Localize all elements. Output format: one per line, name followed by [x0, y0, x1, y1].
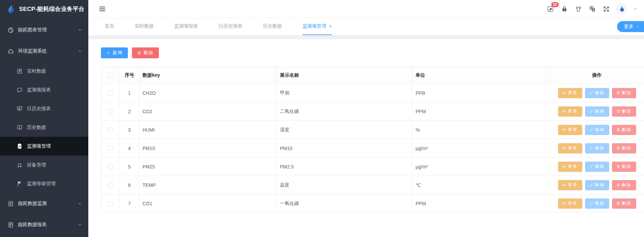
bulk-delete-button[interactable]: 删除	[132, 47, 159, 58]
table-row: 5 PM25 PM2.5 μg/m³ 查看 编辑	[101, 158, 644, 176]
open-book-icon	[16, 124, 23, 131]
header-icon-button-lock[interactable]	[561, 5, 568, 13]
row-delete-button[interactable]: 删除	[612, 88, 636, 98]
view-button[interactable]: 查看	[558, 106, 582, 117]
edit-button[interactable]: 编辑	[585, 180, 609, 190]
doc-icon	[8, 201, 14, 207]
sidebar-item-daily-history-report[interactable]: 日历史报表	[0, 99, 88, 118]
row-checkbox[interactable]	[108, 109, 113, 114]
pen-icon	[589, 91, 594, 95]
sidebar-item-monitor-item-manage[interactable]: 监测项管理	[0, 137, 88, 155]
eye-icon	[562, 201, 567, 206]
header-icon-button-theme[interactable]	[575, 5, 582, 13]
tab-label: 实时数据	[135, 23, 154, 29]
tab-home[interactable]: 首页	[105, 18, 114, 35]
view-button[interactable]: 查看	[558, 180, 582, 190]
sidebar-item-env-monitor-system[interactable]: 环境监测系统	[0, 41, 88, 62]
edit-square-icon	[16, 68, 23, 74]
tab-label: 监测项管理	[302, 23, 326, 29]
cell-data-key: CO2	[139, 102, 276, 120]
chevron-down-icon	[77, 28, 82, 32]
user-menu-chevron-down-icon[interactable]	[633, 6, 638, 11]
add-button[interactable]: 新增	[101, 47, 128, 58]
cell-data-key: HUMI	[139, 121, 276, 139]
cell-data-key: CO1	[139, 194, 276, 212]
hamburger-menu-icon[interactable]	[99, 5, 106, 13]
tab-monitor-item-report[interactable]: 监测项报表	[174, 18, 198, 35]
table-toolbar: 新增 删除	[101, 47, 644, 58]
row-delete-button[interactable]: 删除	[612, 125, 636, 135]
tab-monitor-item-manage[interactable]: 监测项管理 ×	[302, 18, 332, 35]
edit-button[interactable]: 编辑	[585, 88, 609, 98]
sidebar-item-device-manage[interactable]: 设备管理	[0, 155, 88, 174]
sidebar-item-energy-data-monitor[interactable]: 能耗数据监测	[0, 193, 88, 214]
sidebar-item-monitor-level-manage[interactable]: 监测等级管理	[0, 174, 88, 193]
table-body: 1 CH2O 甲烷 PPB 查看 编辑	[101, 84, 644, 213]
row-checkbox[interactable]	[108, 91, 113, 95]
view-button[interactable]: 查看	[558, 88, 582, 98]
sidebar-item-history-data[interactable]: 历史数据	[0, 118, 88, 137]
select-all-checkbox[interactable]	[108, 73, 113, 78]
sidebar-item-energy-chart-manage[interactable]: 能耗图表管理	[0, 19, 88, 41]
sidebar-item-monitor-item-report[interactable]: 监测项报表	[0, 80, 88, 99]
cell-data-key: PM10	[139, 139, 276, 157]
top-header: 22	[88, 0, 644, 18]
row-delete-button[interactable]: 删除	[612, 162, 636, 172]
row-delete-button[interactable]: 删除	[612, 106, 636, 117]
row-checkbox[interactable]	[108, 183, 113, 188]
view-button[interactable]: 查看	[558, 125, 582, 135]
header-icon-button-language[interactable]	[589, 5, 596, 13]
tabbar-divider	[88, 35, 644, 39]
cell-index: 6	[120, 176, 139, 194]
doc-list-icon	[8, 222, 14, 228]
table-row: 4 PM10 PM10 μg/m³ 查看 编辑	[101, 139, 644, 158]
row-delete-button[interactable]: 删除	[612, 143, 636, 153]
cell-display-name: 温度	[276, 176, 412, 194]
monitor-items-table: 序号 数据key 展示名称 单位 操作 1 CH2O 甲烷 PPB	[101, 66, 644, 213]
avatar-flame-icon	[618, 5, 625, 12]
view-button[interactable]: 查看	[558, 162, 582, 172]
view-button[interactable]: 查看	[558, 143, 582, 153]
tab-realtime-data[interactable]: 实时数据	[135, 18, 154, 35]
row-delete-button[interactable]: 删除	[612, 198, 636, 209]
flame-logo-icon	[5, 4, 16, 14]
close-tab-icon[interactable]: ×	[329, 24, 332, 29]
app-title: SECP-能耗综合业务平台	[19, 5, 85, 13]
cell-index: 3	[120, 121, 139, 139]
table-row: 2 CO2 二氧化碳 PPM 查看 编辑	[101, 102, 644, 121]
row-checkbox[interactable]	[108, 201, 113, 206]
edit-button[interactable]: 编辑	[585, 125, 609, 135]
cell-data-key: CH2O	[139, 84, 276, 102]
sidebar-item-label: 设备管理	[27, 162, 82, 168]
tab-label: 历史数据	[263, 23, 282, 29]
tab-history-data[interactable]: 历史数据	[263, 18, 282, 35]
header-icon-button-fullscreen[interactable]	[603, 5, 610, 13]
table-header-row: 序号 数据key 展示名称 单位 操作	[101, 67, 644, 84]
cell-unit: PPM	[412, 194, 550, 212]
edit-button[interactable]: 编辑	[585, 143, 609, 153]
edit-button[interactable]: 编辑	[585, 106, 609, 117]
sidebar-item-realtime-data[interactable]: 实时数据	[0, 62, 88, 80]
row-checkbox[interactable]	[108, 164, 113, 169]
view-button[interactable]: 查看	[558, 198, 582, 209]
chevron-down-icon	[77, 222, 82, 227]
table-row: 3 HUMI 湿度 % 查看 编辑	[101, 121, 644, 139]
row-delete-button[interactable]: 删除	[612, 180, 636, 190]
app-logo: SECP-能耗综合业务平台	[0, 0, 88, 18]
edit-button[interactable]: 编辑	[585, 162, 609, 172]
cell-display-name: PM2.5	[276, 158, 412, 176]
row-checkbox[interactable]	[108, 146, 113, 151]
sidebar-item-energy-data-report[interactable]: 能耗数据报表	[0, 214, 88, 235]
cell-unit: %	[412, 121, 550, 139]
column-header-data-key: 数据key	[139, 67, 276, 84]
row-checkbox[interactable]	[108, 128, 113, 132]
pen-icon	[589, 201, 594, 206]
more-button[interactable]: 更多	[617, 21, 644, 32]
header-icon-button-service-tool[interactable]: 22	[547, 5, 554, 13]
user-avatar[interactable]	[616, 3, 627, 14]
tab-daily-history-report[interactable]: 日历史报表	[219, 18, 242, 35]
edit-button[interactable]: 编辑	[585, 198, 609, 209]
column-header-actions: 操作	[550, 67, 644, 84]
fullscreen-icon	[603, 5, 610, 13]
cell-display-name: 湿度	[276, 121, 412, 139]
